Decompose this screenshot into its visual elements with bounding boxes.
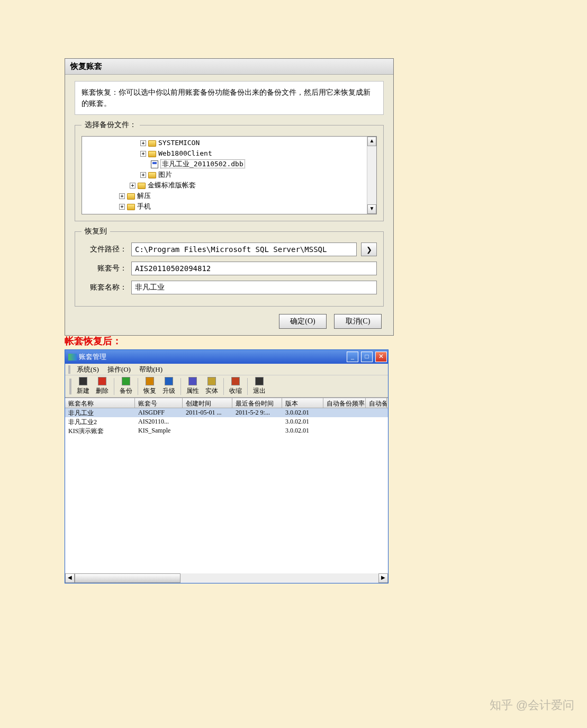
minimize-button[interactable]: _ bbox=[347, 352, 358, 362]
expander-icon[interactable]: + bbox=[140, 140, 146, 146]
tree-item[interactable]: +图片 bbox=[84, 169, 365, 180]
app-icon bbox=[68, 354, 77, 361]
table-cell: 2011-5-2 9:... bbox=[232, 408, 282, 417]
scroll-thumb[interactable] bbox=[75, 573, 180, 583]
tree-item[interactable]: +手机 bbox=[84, 201, 365, 212]
table-cell: AISGDFF bbox=[135, 408, 183, 417]
toolbar-icon bbox=[79, 377, 87, 385]
expander-icon[interactable]: + bbox=[119, 193, 125, 199]
folder-icon bbox=[138, 183, 146, 189]
menu-bar: 系统(S)操作(O)帮助(H) bbox=[65, 364, 388, 375]
toolbar-icon bbox=[122, 377, 130, 385]
account-name-input[interactable] bbox=[131, 281, 377, 294]
window-title: 账套管理 bbox=[79, 352, 106, 362]
tree-item[interactable]: +Web1800Client bbox=[84, 148, 365, 159]
dialog-title: 恢复账套 bbox=[65, 59, 393, 75]
table-cell bbox=[323, 417, 366, 426]
menu-grip-icon bbox=[68, 365, 70, 374]
file-icon bbox=[151, 160, 158, 168]
column-header[interactable]: 自动备份频率 bbox=[323, 398, 366, 408]
scroll-down-icon[interactable]: ▼ bbox=[367, 204, 376, 214]
toolbar-icon bbox=[231, 377, 240, 385]
expander-icon[interactable]: + bbox=[119, 204, 125, 210]
file-path-input[interactable] bbox=[131, 242, 357, 256]
expander-icon[interactable]: + bbox=[140, 172, 146, 178]
account-no-input[interactable] bbox=[131, 262, 377, 275]
menu-item[interactable]: 操作(O) bbox=[103, 364, 135, 375]
table-cell: AIS20110... bbox=[135, 417, 183, 426]
menu-item[interactable]: 帮助(H) bbox=[135, 364, 167, 375]
tree-item[interactable]: +SYSTEMICON bbox=[84, 138, 365, 148]
toolbar-icon bbox=[146, 377, 154, 385]
toolbar-label: 属性 bbox=[186, 387, 199, 396]
tree-item[interactable]: +解压 bbox=[84, 191, 365, 201]
account-manager-window: 账套管理 _ □ ✕ 系统(S)操作(O)帮助(H) 新建删除备份恢复升级属性实… bbox=[65, 349, 389, 583]
tree-item-label: 金蝶标准版帐套 bbox=[148, 181, 196, 189]
column-header[interactable]: 自动备 bbox=[366, 398, 387, 408]
column-header[interactable]: 版本 bbox=[282, 398, 323, 408]
close-button[interactable]: ✕ bbox=[375, 352, 387, 362]
table-cell bbox=[183, 417, 232, 426]
folder-icon bbox=[148, 140, 156, 147]
toolbar-icon bbox=[165, 377, 173, 385]
menu-item[interactable]: 系统(S) bbox=[73, 364, 103, 375]
folder-icon bbox=[127, 193, 135, 200]
column-header[interactable]: 创建时间 bbox=[183, 398, 232, 408]
scroll-left-icon[interactable]: ◀ bbox=[65, 573, 75, 583]
restore-to-legend: 恢复到 bbox=[82, 227, 110, 236]
browse-button[interactable]: ❯ bbox=[361, 242, 377, 256]
toolbar-备份[interactable]: 备份 bbox=[116, 376, 136, 397]
restore-to-group: 恢复到 文件路径： ❯ 账套号： 账套名称： bbox=[75, 227, 384, 307]
table-row[interactable]: KIS演示账套KIS_Sample3.0.02.01 bbox=[65, 426, 388, 435]
tree-item[interactable]: +金蝶标准版帐套 bbox=[84, 180, 365, 191]
scroll-up-icon[interactable]: ▲ bbox=[367, 137, 376, 146]
toolbar-恢复[interactable]: 恢复 bbox=[140, 376, 159, 397]
tree-scroll-vertical[interactable]: ▲ ▼ bbox=[367, 137, 376, 214]
toolbar-label: 备份 bbox=[120, 387, 132, 396]
table-body: 非凡工业AISGDFF2011-05-01 ...2011-5-2 9:...3… bbox=[65, 408, 388, 435]
maximize-button[interactable]: □ bbox=[361, 352, 373, 362]
table-row[interactable]: 非凡工业AISGDFF2011-05-01 ...2011-5-2 9:...3… bbox=[65, 408, 388, 417]
folder-icon bbox=[148, 151, 156, 157]
column-header[interactable]: 账套号 bbox=[135, 398, 183, 408]
table-cell bbox=[366, 426, 387, 435]
table-cell bbox=[323, 426, 366, 435]
account-no-label: 账套号： bbox=[82, 264, 127, 273]
toolbar-label: 新建 bbox=[77, 387, 89, 396]
column-header[interactable]: 账套名称 bbox=[65, 398, 135, 408]
folder-icon bbox=[148, 172, 156, 178]
toolbar-label: 收缩 bbox=[229, 387, 242, 396]
table-cell: KIS演示账套 bbox=[65, 426, 135, 435]
toolbar-新建[interactable]: 新建 bbox=[74, 376, 93, 397]
toolbar-grip-icon bbox=[69, 379, 71, 394]
toolbar-收缩[interactable]: 收缩 bbox=[226, 376, 245, 397]
horizontal-scrollbar[interactable]: ◀ ▶ bbox=[65, 573, 388, 583]
tree-item[interactable]: 非凡工业_20110502.dbb bbox=[84, 159, 365, 169]
toolbar-label: 删除 bbox=[96, 387, 109, 396]
ok-button[interactable]: 确定(O) bbox=[279, 314, 327, 329]
table-row[interactable]: 非凡工业2AIS20110...3.0.02.01 bbox=[65, 417, 388, 426]
toolbar-退出[interactable]: 退出 bbox=[250, 376, 269, 397]
file-tree[interactable]: +SYSTEMICON+Web1800Client非凡工业_20110502.d… bbox=[82, 136, 377, 214]
toolbar-属性[interactable]: 属性 bbox=[183, 376, 202, 397]
tree-item-label: 非凡工业_20110502.dbb bbox=[160, 159, 245, 168]
tree-item-label: 图片 bbox=[158, 170, 172, 178]
toolbar-删除[interactable]: 删除 bbox=[93, 376, 112, 397]
table-header: 账套名称账套号创建时间最近备份时间版本自动备份频率自动备 bbox=[65, 398, 388, 408]
column-header[interactable]: 最近备份时间 bbox=[232, 398, 282, 408]
table-cell bbox=[183, 426, 232, 435]
tree-item-label: Web1800Client bbox=[158, 149, 212, 157]
toolbar-实体[interactable]: 实体 bbox=[202, 376, 221, 397]
expander-icon[interactable]: + bbox=[130, 183, 136, 188]
toolbar-升级[interactable]: 升级 bbox=[159, 376, 178, 397]
table-cell bbox=[366, 417, 387, 426]
dialog-description: 账套恢复：你可以选中你以前用账套备份功能备份出来的备份文件，然后用它来恢复成新的… bbox=[75, 81, 384, 115]
after-restore-caption: 帐套恢复后： bbox=[65, 335, 122, 347]
cancel-button[interactable]: 取消(C) bbox=[334, 314, 382, 329]
expander-icon[interactable]: + bbox=[140, 151, 146, 157]
table-cell bbox=[323, 408, 366, 417]
table-cell: 3.0.02.01 bbox=[282, 417, 323, 426]
table-cell: 3.0.02.01 bbox=[282, 408, 323, 417]
select-backup-group: 选择备份文件： +SYSTEMICON+Web1800Client非凡工业_20… bbox=[75, 120, 384, 221]
scroll-right-icon[interactable]: ▶ bbox=[378, 573, 388, 583]
